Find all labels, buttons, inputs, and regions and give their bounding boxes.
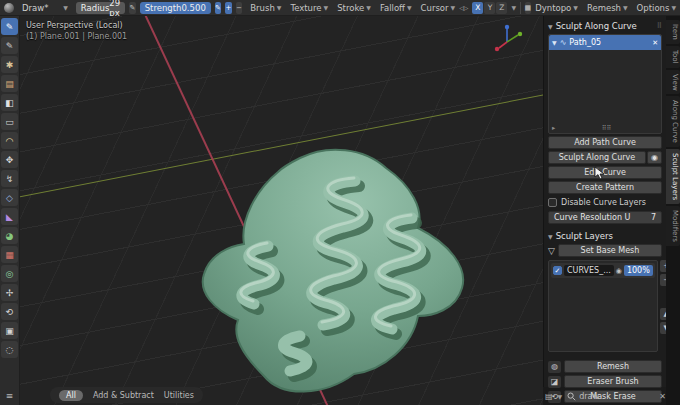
shelf-tab-all[interactable]: All — [59, 390, 83, 401]
sculpt-along-curve-button[interactable]: Sculpt Along Curve — [548, 151, 646, 164]
eraser-brush-button[interactable]: Eraser Brush — [564, 375, 662, 388]
active-object-label: (1) Plane.001 | Plane.001 — [26, 31, 127, 42]
set-base-mesh-button[interactable]: Set Base Mesh — [558, 244, 662, 257]
draw-brush-icon: ✎ — [6, 22, 14, 32]
active-brush-dropdown[interactable]: Draw* ▼ — [18, 2, 72, 14]
eye-icon[interactable]: ◉ — [616, 267, 622, 275]
menu-cursor[interactable]: Cursor▼ — [421, 3, 456, 13]
asset-search[interactable]: draw — [567, 392, 599, 401]
eraser-brush-icon[interactable]: ◪ — [548, 376, 561, 388]
strength-minus-button[interactable]: − — [236, 2, 242, 14]
add-path-curve-button[interactable]: Add Path Curve — [548, 136, 662, 149]
layers-section-header[interactable]: ▼ Sculpt Layers — [548, 231, 662, 241]
tool-trim-tool[interactable]: ▦ — [1, 246, 18, 263]
display-mode-icon[interactable]: ▤ — [545, 392, 553, 401]
sidebar-tab-sculpt-layers[interactable]: Sculpt Layers — [666, 149, 680, 204]
radius-pressure-toggle[interactable]: ✎ — [129, 2, 135, 14]
tool-clay-brush[interactable]: ✱ — [1, 56, 18, 73]
grid-icon[interactable]: ▦ — [525, 2, 532, 14]
curve-section-header[interactable]: ▼ Sculpt Along Curve ⠿ — [548, 21, 662, 31]
sculpt-layer-row[interactable]: ✓ CURVES_... ◉ 100% — [551, 263, 655, 278]
tool-clay-strips-brush[interactable]: ▤ — [1, 75, 18, 92]
annotate-tool-icon: ◌ — [6, 345, 14, 355]
viewport-3d[interactable]: User Perspective (Local) (1) Plane.001 |… — [20, 16, 543, 405]
remesh-icon[interactable]: ◍ — [548, 361, 561, 373]
sidebar-tab-tool[interactable]: Tool — [666, 46, 680, 68]
tool-grab-brush[interactable]: ✥ — [1, 151, 18, 168]
collapse-icon: ▼ — [548, 23, 553, 30]
close-icon[interactable]: ✕ — [659, 392, 666, 401]
sculpt-options-icon[interactable]: ◉ — [647, 151, 662, 164]
tool-crease-brush[interactable]: ◠ — [1, 132, 18, 149]
disable-curve-layers-checkbox[interactable] — [548, 198, 557, 207]
radius-label: Radius — [81, 3, 110, 13]
item-expand-icon[interactable]: ▼ — [552, 39, 557, 46]
menu-texture[interactable]: Texture▼ — [290, 3, 328, 13]
menu-falloff[interactable]: Falloff▼ — [380, 3, 412, 13]
tool-move-tool[interactable]: ✢ — [1, 284, 18, 301]
shelf-tab-add-subtract[interactable]: Add & Subtract — [93, 391, 154, 400]
navigation-gizmo-icon[interactable] — [489, 20, 525, 56]
asset-shelf-toggle-icon[interactable]: ≡ — [6, 391, 14, 401]
strength-pressure-toggle[interactable]: ✎ — [215, 2, 221, 14]
curve-list-footer: ▸ ⠿⠿ — [549, 124, 661, 133]
strength-field[interactable]: Strength 0.500 — [140, 2, 211, 14]
curve-list-item[interactable]: ▼ ∿ Path_05 ✕ — [549, 35, 661, 50]
tool-draw-brush[interactable]: ✎ — [1, 18, 18, 35]
menu-dyntopo[interactable]: Dyntopo▼ — [535, 3, 578, 13]
snake-hook-brush-icon: ↯ — [6, 174, 14, 184]
layer-name-field[interactable]: CURVES_... — [564, 265, 614, 276]
symmetry-z-toggle[interactable]: Z — [496, 2, 507, 14]
mesh-filter-tool-icon: ◎ — [6, 269, 14, 279]
mouse-cursor — [594, 166, 606, 180]
symmetry-y-toggle[interactable]: Y — [484, 2, 495, 14]
tool-draw-sharp-brush[interactable]: ✎ — [1, 37, 18, 54]
sculpted-plane-object[interactable] — [150, 126, 490, 396]
tool-mesh-filter-tool[interactable]: ◎ — [1, 265, 18, 282]
list-expand-arrow-icon[interactable]: ▸ — [552, 124, 555, 132]
tool-smooth-brush[interactable]: ◧ — [1, 94, 18, 111]
tool-rotate-tool[interactable]: ⟲ — [1, 303, 18, 320]
curve-resolution-slider[interactable]: Curve Resolution U 7 — [548, 211, 662, 224]
rotate-tool-icon: ⟲ — [6, 307, 14, 317]
tool-snake-hook-brush[interactable]: ↯ — [1, 170, 18, 187]
disable-curve-layers-row[interactable]: Disable Curve Layers — [548, 198, 662, 207]
create-pattern-button[interactable]: Create Pattern — [548, 181, 662, 194]
view-mode-label: User Perspective (Local) — [26, 20, 127, 31]
tool-annotate-tool[interactable]: ◌ — [1, 341, 18, 358]
tool-pose-brush[interactable]: ◇ — [1, 189, 18, 206]
close-icon[interactable]: ✕ — [652, 39, 658, 47]
menu-brush[interactable]: Brush▼ — [250, 3, 281, 13]
brush-preview-icon[interactable] — [4, 3, 14, 13]
chevron-down-icon: ▼ — [324, 4, 329, 11]
sidebar-tab-along-curve[interactable]: Along Curve — [666, 96, 680, 147]
draw-sharp-brush-icon: ✎ — [6, 41, 14, 51]
symmetry-axes: XYZ — [472, 2, 507, 14]
strength-plus-button[interactable]: + — [225, 2, 231, 14]
sidebar-tab-item[interactable]: Item — [666, 20, 680, 44]
pose-brush-icon: ◇ — [6, 193, 13, 203]
clay-strips-brush-icon: ▤ — [5, 79, 14, 89]
radius-value: 29 px — [109, 0, 120, 18]
shelf-tab-utilities[interactable]: Utilities — [164, 391, 194, 400]
remesh-button[interactable]: Remesh — [564, 360, 662, 373]
radius-field[interactable]: Radius 29 px — [76, 2, 125, 14]
chevron-down-icon[interactable]: ▼ — [558, 393, 563, 400]
tool-flatten-brush[interactable]: ▭ — [1, 113, 18, 130]
tool-mask-brush[interactable]: ◣ — [1, 208, 18, 225]
sidebar-tab-view[interactable]: View — [666, 70, 680, 95]
filter-icon[interactable]: ▽ — [548, 246, 555, 256]
list-resize-grip-icon[interactable]: ⠿⠿ — [602, 124, 612, 132]
symmetry-chevron-icon[interactable]: ▼ — [511, 4, 516, 11]
layer-opacity-value[interactable]: 100% — [624, 265, 653, 276]
layer-visibility-checkbox[interactable]: ✓ — [553, 266, 562, 275]
menu-options[interactable]: Options▼ — [637, 3, 676, 13]
sidebar-tab-modifiers[interactable]: Modifiers — [666, 206, 680, 246]
menu-remesh[interactable]: Remesh▼ — [587, 3, 628, 13]
tool-face-sets-brush[interactable]: ◕ — [1, 227, 18, 244]
symmetry-x-toggle[interactable]: X — [472, 2, 483, 14]
menu-stroke[interactable]: Stroke▼ — [337, 3, 371, 13]
tool-transform-tool[interactable]: ▣ — [1, 322, 18, 339]
header-menus: Brush▼Texture▼Stroke▼Falloff▼Cursor▼ — [250, 3, 455, 13]
header-right-menus: Dyntopo▼Remesh▼Options▼ — [535, 3, 676, 13]
